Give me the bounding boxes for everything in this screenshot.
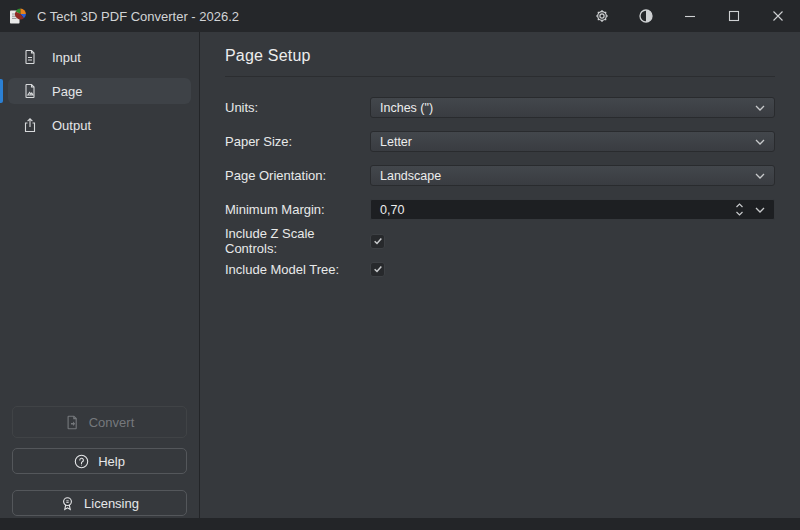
sidebar-item-page[interactable]: Page [8, 78, 191, 104]
close-button[interactable] [756, 0, 800, 32]
chevron-down-icon[interactable] [755, 207, 765, 213]
licensing-button[interactable]: Licensing [12, 490, 187, 516]
app-logo-icon [9, 7, 27, 25]
document-image-icon [22, 83, 38, 99]
minimize-button[interactable] [668, 0, 712, 32]
units-label: Units: [225, 100, 370, 115]
paper-size-row: Paper Size: Letter [225, 131, 775, 152]
title-bar: C Tech 3D PDF Converter - 2026.2 [0, 0, 800, 32]
sidebar-item-label: Input [52, 50, 81, 65]
convert-button[interactable]: Convert [12, 406, 187, 438]
window-bottom-edge [0, 518, 800, 530]
page-orientation-select[interactable]: Landscape [370, 165, 775, 186]
page-title: Page Setup [225, 47, 775, 65]
chevron-down-icon [755, 173, 765, 179]
help-button-label: Help [98, 454, 125, 469]
sidebar-item-output[interactable]: Output [8, 112, 191, 138]
checkmark-icon [373, 236, 383, 246]
units-select[interactable]: Inches (") [370, 97, 775, 118]
sidebar: Input Page [0, 32, 200, 518]
help-button[interactable]: Help [12, 448, 187, 474]
settings-button[interactable] [580, 0, 624, 32]
contrast-icon [638, 8, 654, 24]
paper-size-label: Paper Size: [225, 134, 370, 149]
sidebar-item-label: Output [52, 118, 91, 133]
help-circle-icon [74, 454, 89, 469]
include-model-tree-label: Include Model Tree: [225, 262, 370, 277]
minimize-icon [683, 9, 697, 23]
theme-toggle-button[interactable] [624, 0, 668, 32]
page-orientation-label: Page Orientation: [225, 168, 370, 183]
window-body: Input Page [0, 32, 800, 518]
include-model-tree-row: Include Model Tree: [225, 261, 775, 277]
convert-button-label: Convert [89, 415, 135, 430]
sidebar-buttons: Convert Help [0, 406, 199, 518]
minimum-margin-label: Minimum Margin: [225, 202, 370, 217]
units-select-value: Inches (") [380, 101, 433, 115]
include-z-scale-checkbox[interactable] [370, 234, 385, 249]
sidebar-item-input[interactable]: Input [8, 44, 191, 70]
selected-item-accent [0, 79, 3, 103]
paper-size-select-value: Letter [380, 135, 412, 149]
page-orientation-select-value: Landscape [380, 169, 441, 183]
minimum-margin-input[interactable]: 0,70 [370, 199, 775, 220]
page-orientation-row: Page Orientation: Landscape [225, 165, 775, 186]
convert-file-icon [65, 415, 80, 430]
licensing-button-label: Licensing [84, 496, 139, 511]
window-title: C Tech 3D PDF Converter - 2026.2 [37, 9, 239, 24]
gear-icon [594, 8, 610, 24]
page-setup-form: Units: Inches (") Paper Size: Letter [225, 97, 775, 277]
minimum-margin-row: Minimum Margin: 0,70 [225, 199, 775, 220]
chevron-down-icon [755, 139, 765, 145]
include-z-scale-row: Include Z Scale Controls: [225, 233, 775, 249]
close-icon [771, 9, 785, 23]
export-icon [22, 117, 38, 133]
maximize-button[interactable] [712, 0, 756, 32]
main-panel: Page Setup Units: Inches (") Paper Size: [200, 32, 800, 518]
titlebar-actions [580, 0, 800, 32]
title-divider [225, 76, 775, 77]
license-badge-icon [60, 496, 75, 511]
include-model-tree-checkbox[interactable] [370, 262, 385, 277]
maximize-icon [727, 9, 741, 23]
checkmark-icon [373, 264, 383, 274]
spinner-up-down-icon[interactable] [735, 202, 744, 217]
include-z-scale-label: Include Z Scale Controls: [225, 226, 370, 256]
app-window: C Tech 3D PDF Converter - 2026.2 [0, 0, 800, 530]
minimum-margin-value: 0,70 [380, 203, 404, 217]
sidebar-item-label: Page [52, 84, 82, 99]
units-row: Units: Inches (") [225, 97, 775, 118]
chevron-down-icon [755, 105, 765, 111]
document-lines-icon [22, 49, 38, 65]
paper-size-select[interactable]: Letter [370, 131, 775, 152]
